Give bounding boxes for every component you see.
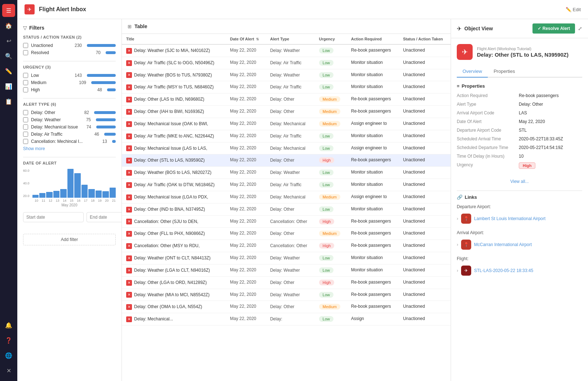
show-more-link[interactable]: Show more xyxy=(23,146,116,151)
tab-overview[interactable]: Overview xyxy=(457,66,488,78)
cell-alert-type: Delay: Other xyxy=(266,93,315,106)
alert-other-bar xyxy=(94,111,116,114)
table-row[interactable]: ✕Delay: Air Traffic (MSY to TUS, N68460Z… xyxy=(122,81,451,93)
nav-home-icon[interactable]: 🏠 xyxy=(2,19,15,32)
add-filter-button[interactable]: Add filter xyxy=(23,234,116,245)
data-table-container: Title Date Of Alert ⇅ Alert Type Urgency… xyxy=(122,34,451,381)
cell-title: ✕Cancellation: Other (SJU to DEN, xyxy=(122,215,226,228)
urgency-filter-high[interactable]: High 48 xyxy=(23,87,116,92)
cell-status: Unactioned xyxy=(399,228,451,240)
row-close-icon: ✕ xyxy=(126,207,132,213)
table-row[interactable]: ✕Delay: Mechanical Issue (OAK to BWI, Ma… xyxy=(122,118,451,130)
alert-airtraffic-checkbox[interactable] xyxy=(23,132,28,137)
table-row[interactable]: ✕Delay: Weather (BOS to TUS, N79380Z) Ma… xyxy=(122,69,451,81)
nav-bell-icon[interactable]: 🔔 xyxy=(2,319,15,332)
alert-cancellation-checkbox[interactable] xyxy=(23,139,28,144)
chevron-right-icon-3: › xyxy=(457,268,458,273)
urgency-medium-count: 109 xyxy=(79,80,86,85)
view-all-link[interactable]: View all... xyxy=(457,176,582,187)
cell-date: May 22, 2020 xyxy=(226,142,266,154)
table-header-row: Title Date Of Alert ⇅ Alert Type Urgency… xyxy=(122,34,451,44)
status-filter-unactioned[interactable]: Unactioned 230 xyxy=(23,43,116,48)
nav-edit-icon[interactable]: ✏️ xyxy=(2,65,15,78)
date-range-inputs xyxy=(23,212,116,222)
cell-action: Re-book passengers xyxy=(347,301,399,313)
collapse-icon[interactable]: ⤢ xyxy=(578,26,582,31)
alert-type-filter-airtraffic[interactable]: Delay: Air Traffic 46 xyxy=(23,132,116,137)
cell-date: May 22, 2020 xyxy=(226,252,266,264)
table-row[interactable]: ✕Delay: Air Traffic (MKE to ANC, N22644Z… xyxy=(122,130,451,142)
nav-menu-icon[interactable]: ☰ xyxy=(2,4,15,17)
nav-search-icon[interactable]: 🔍 xyxy=(2,49,15,62)
chart-bar xyxy=(81,185,88,198)
table-row[interactable]: ✕Delay: Other (OMA to LGA, N554Z) May 22… xyxy=(122,301,451,313)
urgency-badge: Low xyxy=(319,182,333,188)
urgency-filter-medium[interactable]: Medium 109 xyxy=(23,80,116,85)
table-row[interactable]: ✕Delay: Air Traffic (SLC to OGG, N50496Z… xyxy=(122,57,451,69)
arrival-airport-link[interactable]: McCarran International Airport xyxy=(474,242,532,247)
alert-type-filter-weather[interactable]: Delay: Weather 75 xyxy=(23,117,116,122)
chart-bar xyxy=(60,189,66,198)
table-row[interactable]: ✕Delay: Other (IND to BNA, N37495Z) May … xyxy=(122,203,451,215)
table-row[interactable]: ✕Delay: Other (LGA to ORD, N41289Z) May … xyxy=(122,276,451,289)
table-row[interactable]: ✕Delay: Other (STL to LAS, N39590Z) May … xyxy=(122,154,451,167)
urgency-medium-checkbox[interactable] xyxy=(23,80,28,85)
alert-weather-checkbox[interactable] xyxy=(23,117,28,122)
alert-other-checkbox[interactable] xyxy=(23,110,28,115)
edit-button[interactable]: ✏️ Edit xyxy=(566,7,581,12)
end-date-input[interactable] xyxy=(87,212,122,222)
table-row[interactable]: ✕Delay: Other (IAH to BWI, N16936Z) May … xyxy=(122,106,451,118)
alert-other-count: 82 xyxy=(84,110,89,115)
urgency-high-checkbox[interactable] xyxy=(23,87,28,92)
table-row[interactable]: ✕Delay: Other (LAS to IND, N69680Z) May … xyxy=(122,93,451,106)
urgency-filter-low[interactable]: Low 143 xyxy=(23,73,116,78)
urgency-badge: Low xyxy=(319,267,333,273)
table-row[interactable]: ✕Delay: Weather (ONT to CLT, N84413Z) Ma… xyxy=(122,252,451,264)
table-row[interactable]: ✕Delay: Weather (MIA to MCI, N85542Z) Ma… xyxy=(122,289,451,301)
table-row[interactable]: ✕Cancellation: Other (MSY to RDU, May 22… xyxy=(122,240,451,252)
start-date-input[interactable] xyxy=(23,212,84,222)
flight-link[interactable]: STL-LAS-2020-05-22 18:33:45 xyxy=(474,268,533,273)
cell-status: Unactioned xyxy=(399,130,451,142)
table-row[interactable]: ✕Delay: Mechanical... May 22, 2020 Delay… xyxy=(122,313,451,325)
table-row[interactable]: ✕Delay: Air Traffic (OAK to DTW, N61846Z… xyxy=(122,179,451,191)
alert-type-filter-cancellation[interactable]: Cancellation: Mechincal I... 13 xyxy=(23,139,116,144)
resolve-alert-button[interactable]: ✓ Resolve Alert xyxy=(532,23,575,34)
alert-type-filter-mechanical[interactable]: Delay: Mechanical Issue 74 xyxy=(23,124,116,130)
cell-title: ✕Delay: Weather (ONT to CLT, N84413Z) xyxy=(122,252,226,264)
status-unactioned-checkbox[interactable] xyxy=(23,43,28,48)
table-row[interactable]: ✕Delay: Weather (BOS to LAS, N82027Z) Ma… xyxy=(122,167,451,179)
status-resolved-checkbox[interactable] xyxy=(23,50,28,55)
table-row[interactable]: ✕Delay: Other (FLL to PHX, N90866Z) May … xyxy=(122,228,451,240)
object-view-title: Object View xyxy=(464,26,530,31)
cell-status: Unactioned xyxy=(399,69,451,81)
table-row[interactable]: ✕Delay: Mechanical Issue (LGA to PDX, Ma… xyxy=(122,191,451,203)
alert-type-filter-other[interactable]: Delay: Other 82 xyxy=(23,110,116,115)
table-row[interactable]: ✕Delay: Mechanical Issue (LAS to LAS, Ma… xyxy=(122,142,451,154)
nav-back-icon[interactable]: ↩ xyxy=(2,34,15,47)
row-close-icon: ✕ xyxy=(126,158,132,163)
arrival-airport-link-item: › 📍 McCarran International Airport xyxy=(457,237,582,252)
nav-globe-icon[interactable]: 🌐 xyxy=(2,349,15,362)
nav-close-icon[interactable]: ✕ xyxy=(2,364,15,377)
resolve-label: Resolve Alert xyxy=(543,26,570,31)
table-row[interactable]: ✕Delay: Weather (LGA to CLT, N94016Z) Ma… xyxy=(122,264,451,276)
left-navigation: ☰ 🏠 ↩ 🔍 ✏️ 📊 📋 🔔 ❓ 🌐 ✕ xyxy=(0,0,17,381)
sort-icon[interactable]: ⇅ xyxy=(256,37,259,41)
alert-mechanical-checkbox[interactable] xyxy=(23,124,28,130)
cell-title: ✕Delay: Other (STL to LAS, N39590Z) xyxy=(122,154,226,167)
departure-airport-link[interactable]: Lambert St Louis International Airport xyxy=(474,216,545,221)
table-row[interactable]: ✕Cancellation: Other (SJU to DEN, May 22… xyxy=(122,215,451,228)
cell-urgency: Low xyxy=(315,142,347,154)
nav-list-icon[interactable]: 📋 xyxy=(2,95,15,108)
cell-title: ✕Delay: Other (FLL to PHX, N90866Z) xyxy=(122,228,226,240)
alert-detail-icon: ✈ xyxy=(457,44,473,60)
tab-properties[interactable]: Properties xyxy=(488,66,521,78)
nav-help-icon[interactable]: ❓ xyxy=(2,334,15,347)
urgency-low-checkbox[interactable] xyxy=(23,73,28,78)
cell-action: Monitor situation xyxy=(347,167,399,179)
status-filter-resolved[interactable]: Resolved 70 xyxy=(23,50,116,55)
table-row[interactable]: ✕Delay: Weather (SJC to MIA, N40162Z) Ma… xyxy=(122,44,451,57)
urgency-badge: Low xyxy=(319,72,333,78)
nav-chart-icon[interactable]: 📊 xyxy=(2,80,15,93)
